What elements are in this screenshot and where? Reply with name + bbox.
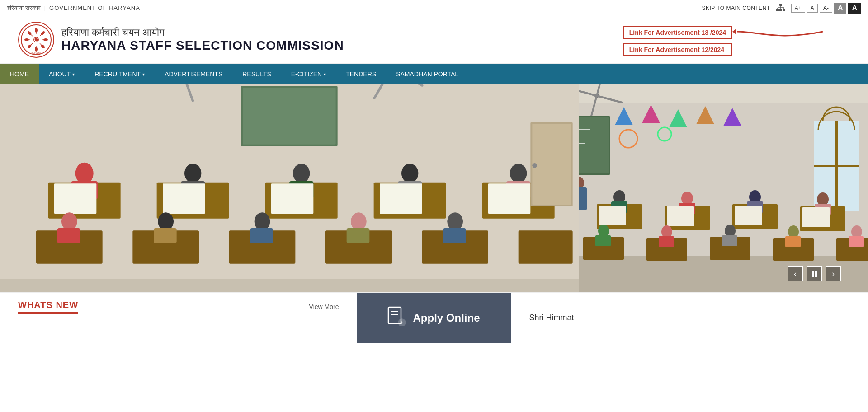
svg-point-76	[351, 212, 367, 230]
svg-point-26	[24, 38, 29, 41]
advert-link-12[interactable]: Link For Advertisement 12/2024	[623, 43, 732, 56]
nav-tenders[interactable]: TENDERS	[336, 64, 386, 84]
svg-point-51	[184, 164, 201, 183]
slider-prev-button[interactable]: ‹	[788, 266, 803, 281]
whats-new-header: WHATS NEW View More	[18, 300, 339, 314]
svg-point-20	[35, 28, 38, 33]
svg-rect-62	[380, 183, 422, 214]
view-more-link[interactable]: View More	[309, 303, 339, 310]
nav-about[interactable]: ABOUT ▾	[39, 64, 85, 84]
pause-bar-1	[812, 271, 814, 277]
apply-online-label: Apply Online	[413, 312, 480, 324]
svg-point-82	[532, 163, 537, 168]
svg-rect-75	[250, 228, 273, 243]
svg-rect-130	[735, 206, 762, 225]
english-govt-label: GOVERNMENT OF HARYANA	[49, 5, 140, 11]
org-english-title: HARYANA STAFF SELECTION COMMISSION	[61, 38, 344, 53]
svg-point-148	[851, 225, 862, 238]
nav-recruitment[interactable]: RECRUITMENT ▾	[85, 64, 155, 84]
svg-point-70	[61, 212, 77, 230]
svg-point-55	[401, 164, 418, 183]
svg-rect-111	[579, 187, 587, 210]
slider-controls: ‹ ›	[788, 266, 841, 281]
about-dropdown-icon: ▾	[72, 72, 75, 77]
ecitizen-dropdown-icon: ▾	[324, 72, 326, 77]
svg-rect-61	[271, 183, 313, 214]
svg-rect-69	[519, 230, 573, 263]
svg-rect-131	[802, 207, 830, 227]
advertisement-links: Link For Advertisement 13 /2024 Link For…	[623, 26, 732, 56]
svg-point-78	[447, 212, 463, 230]
svg-point-49	[75, 163, 94, 184]
slider-next-button[interactable]: ›	[826, 266, 841, 281]
apply-online-box[interactable]: + Apply Online	[357, 293, 511, 343]
svg-rect-63	[488, 183, 530, 214]
org-title: हरियाणा कर्मचारी चयन आयोग HARYANA STAFF …	[61, 27, 344, 53]
svg-rect-32	[0, 279, 579, 292]
nav-home[interactable]: HOME	[0, 64, 39, 84]
svg-rect-43	[243, 88, 335, 144]
font-large-button[interactable]: A	[834, 3, 847, 14]
shri-text: Shri Himmat	[529, 313, 574, 323]
svg-text:+: +	[401, 320, 404, 326]
nav-advertisements[interactable]: ADVERTISEMENTS	[155, 64, 232, 84]
whats-new-section: WHATS NEW View More	[0, 293, 357, 343]
hero-slider: ‹ ›	[0, 84, 868, 292]
svg-rect-81	[532, 124, 571, 205]
svg-point-22	[43, 38, 48, 41]
arrow-pointer	[732, 23, 832, 45]
top-bar-left: हरियाणा सरकार | GOVERNMENT OF HARYANA	[7, 5, 140, 12]
svg-rect-3	[783, 9, 785, 11]
nav-results[interactable]: RESULTS	[232, 64, 281, 84]
slider-image-left	[0, 84, 579, 292]
svg-point-57	[510, 164, 527, 183]
slider-pause-button[interactable]	[807, 266, 822, 281]
svg-rect-103	[579, 117, 609, 173]
svg-rect-128	[599, 206, 626, 225]
svg-point-53	[293, 164, 310, 183]
advert-link-13[interactable]: Link For Advertisement 13 /2024	[623, 26, 732, 39]
top-bar-right: SKIP TO MAIN CONTENT A+ A A- A A	[702, 3, 861, 14]
ashoka-emblem: HARYANA	[18, 22, 54, 58]
font-decrease-button[interactable]: A-	[820, 4, 832, 13]
font-increase-button[interactable]: A+	[791, 4, 805, 13]
nav-ecitizen[interactable]: E-CITIZEN ▾	[281, 64, 336, 84]
skip-to-main-link[interactable]: SKIP TO MAIN CONTENT	[702, 5, 770, 11]
divider: |	[44, 5, 46, 11]
svg-point-72	[158, 212, 174, 230]
recruitment-dropdown-icon: ▾	[142, 72, 145, 77]
svg-rect-0	[779, 4, 782, 6]
font-black-button[interactable]: A	[848, 3, 861, 14]
svg-rect-1	[776, 9, 779, 11]
svg-marker-29	[732, 29, 736, 34]
org-structure-icon	[776, 3, 786, 13]
svg-rect-141	[595, 235, 611, 246]
svg-rect-129	[667, 206, 694, 226]
svg-rect-2	[779, 9, 782, 11]
svg-rect-59	[54, 183, 96, 214]
hindi-govt-label: हरियाणा सरकार	[7, 5, 41, 12]
svg-rect-60	[163, 183, 205, 214]
svg-point-142	[661, 225, 672, 238]
top-bar: हरियाणा सरकार | GOVERNMENT OF HARYANA SK…	[0, 0, 868, 16]
nav-samadhan[interactable]: SAMADHAN PORTAL	[386, 64, 468, 84]
bottom-section: WHATS NEW View More + Apply Online Shri …	[0, 292, 868, 343]
svg-point-144	[725, 225, 736, 237]
header: HARYANA हरियाणा कर्मचारी चयन आयोग HARYAN…	[0, 16, 868, 64]
logo-area: HARYANA हरियाणा कर्मचारी चयन आयोग HARYAN…	[18, 22, 344, 58]
shri-section: Shri Himmat	[511, 293, 868, 343]
svg-point-146	[788, 225, 799, 238]
accessibility-controls: A+ A A- A A	[791, 3, 861, 14]
font-normal-button[interactable]: A	[807, 4, 818, 13]
svg-rect-73	[154, 228, 177, 243]
svg-rect-145	[722, 235, 737, 246]
svg-rect-149	[849, 236, 864, 247]
svg-text:HARYANA: HARYANA	[31, 52, 42, 55]
svg-point-140	[598, 225, 609, 237]
svg-point-74	[255, 212, 270, 230]
slider-image-right	[579, 84, 868, 292]
pause-bar-2	[815, 271, 817, 277]
main-navigation: HOME ABOUT ▾ RECRUITMENT ▾ ADVERTISEMENT…	[0, 64, 868, 84]
apply-document-icon: +	[387, 306, 406, 330]
org-hindi-title: हरियाणा कर्मचारी चयन आयोग	[61, 27, 344, 38]
